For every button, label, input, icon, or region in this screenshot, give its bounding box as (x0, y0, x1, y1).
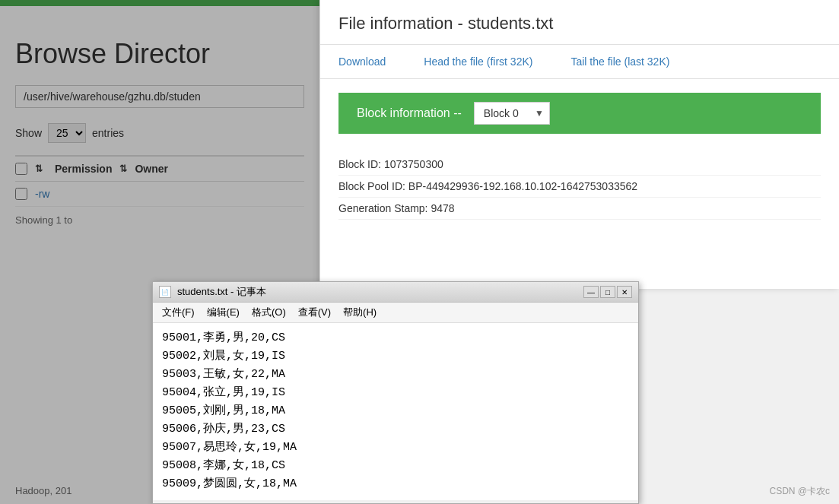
minimize-button[interactable]: — (583, 286, 599, 298)
menu-edit[interactable]: 编辑(E) (201, 304, 246, 321)
notepad-title: students.txt - 记事本 (177, 285, 577, 299)
menu-view[interactable]: 查看(V) (292, 304, 337, 321)
line-6: 95006,孙庆,男,23,CS (162, 420, 629, 439)
block-select-wrapper: Block 0 ▼ (474, 102, 550, 125)
block-id-row: Block ID: 1073750300 (338, 154, 821, 176)
csdn-watermark: CSDN @卡农c (769, 485, 830, 498)
notepad-menubar: 文件(F) 编辑(E) 格式(O) 查看(V) 帮助(H) (153, 303, 638, 323)
line-1: 95001,李勇,男,20,CS (162, 329, 629, 347)
maximize-button[interactable]: □ (600, 286, 615, 298)
download-link[interactable]: Download (338, 45, 401, 78)
menu-help[interactable]: 帮助(H) (337, 304, 383, 321)
generation-stamp-row: Generation Stamp: 9478 (338, 198, 821, 220)
line-9: 95009,梦圆圆,女,18,MA (162, 475, 629, 493)
block-info-bar: Block information -- Block 0 ▼ (338, 93, 821, 134)
tail-file-link[interactable]: Tail the file (last 32K) (570, 45, 685, 78)
line-4: 95004,张立,男,19,IS (162, 384, 629, 402)
notepad-win-buttons: — □ ✕ (583, 286, 632, 298)
notepad-titlebar: 📄 students.txt - 记事本 — □ ✕ (153, 282, 638, 303)
block-pool-row: Block Pool ID: BP-449429936-192.168.10.1… (338, 176, 821, 198)
head-file-link[interactable]: Head the file (first 32K) (424, 45, 548, 78)
line-3: 95003,王敏,女,22,MA (162, 366, 629, 384)
menu-format[interactable]: 格式(O) (246, 304, 292, 321)
file-info-actions: Download Head the file (first 32K) Tail … (320, 45, 839, 79)
line-7: 95007,易思玲,女,19,MA (162, 439, 629, 457)
notepad-window: 📄 students.txt - 记事本 — □ ✕ 文件(F) 编辑(E) 格… (152, 281, 639, 504)
block-info-label: Block information -- (357, 106, 462, 120)
line-2: 95002,刘晨,女,19,IS (162, 347, 629, 366)
block-details: Block ID: 1073750300 Block Pool ID: BP-4… (320, 147, 839, 226)
block-select[interactable]: Block 0 (474, 102, 550, 125)
file-info-panel: File information - students.txt Download… (319, 0, 839, 289)
close-button[interactable]: ✕ (617, 286, 632, 298)
notepad-content[interactable]: 95001,李勇,男,20,CS 95002,刘晨,女,19,IS 95003,… (153, 323, 638, 500)
menu-file[interactable]: 文件(F) (156, 304, 201, 321)
line-5: 95005,刘刚,男,18,MA (162, 402, 629, 420)
notepad-file-icon: 📄 (159, 286, 171, 298)
file-info-title: File information - students.txt (320, 0, 839, 45)
line-8: 95008,李娜,女,18,CS (162, 457, 629, 475)
